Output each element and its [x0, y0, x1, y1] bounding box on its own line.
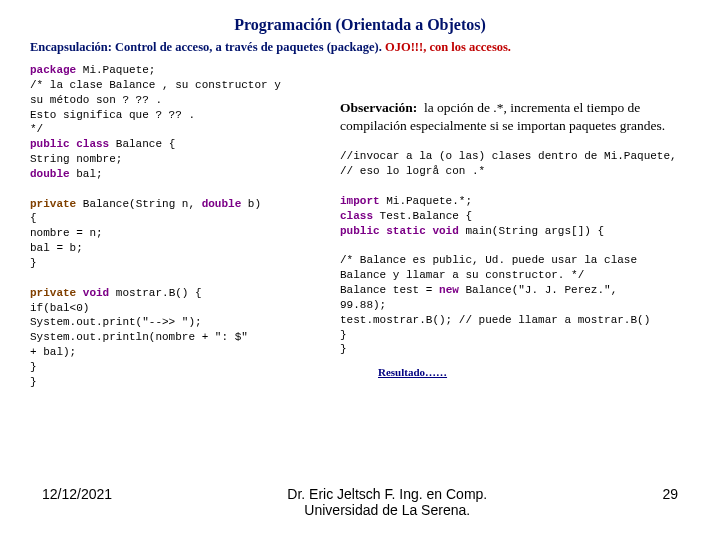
kw: import — [340, 195, 380, 207]
code-line: */ — [30, 123, 43, 135]
kw: private — [30, 287, 76, 299]
code-line: Balance { — [109, 138, 175, 150]
kw: public class — [30, 138, 109, 150]
code-line: main(String args[]) { — [459, 225, 604, 237]
code-line: Balance test = — [340, 284, 439, 296]
slide-subtitle: Encapsulación: Control de acceso, a trav… — [30, 40, 690, 55]
code-line: Test.Balance { — [373, 210, 472, 222]
code-line: Balance("J. J. Perez.", — [459, 284, 617, 296]
footer-line1: Dr. Eric Jeltsch F. Ing. en Comp. — [287, 486, 487, 502]
code-line: bal; — [70, 168, 103, 180]
code-line: Mi.Paquete; — [76, 64, 155, 76]
code-line: su método son ? ?? . — [30, 94, 162, 106]
footer-line2: Universidad de La Serena. — [304, 502, 470, 518]
subtitle-warning: OJO!!!, con los accesos. — [385, 40, 511, 54]
code-line: Balance y llamar a su constructor. */ — [340, 269, 584, 281]
code-line: } — [30, 257, 37, 269]
slide-title: Programación (Orientada a Objetos) — [30, 16, 690, 34]
kw: public static void — [340, 225, 459, 237]
footer: 12/12/2021 Dr. Eric Jeltsch F. Ing. en C… — [0, 486, 720, 518]
code-line: /* la clase Balance , su constructor y — [30, 79, 281, 91]
code-line: test.mostrar.B(); // puede llamar a most… — [340, 314, 650, 326]
result-link[interactable]: Resultado…… — [378, 365, 680, 380]
code-line: /* Balance es public, Ud. puede usar la … — [340, 254, 637, 266]
code-line: } — [30, 376, 37, 388]
right-column: Observación: la opción de .*, incrementa… — [340, 63, 680, 390]
code-line: //invocar a la (o las) clases dentro de … — [340, 150, 677, 162]
code-line: nombre = n; — [30, 227, 103, 239]
kw: void — [76, 287, 109, 299]
code-line: String nombre; — [30, 153, 122, 165]
observation-note: Observación: la opción de .*, incrementa… — [340, 99, 680, 135]
footer-author: Dr. Eric Jeltsch F. Ing. en Comp. Univer… — [112, 486, 662, 518]
code-line: 99.88); — [340, 299, 386, 311]
kw: double — [202, 198, 242, 210]
code-block-right: //invocar a la (o las) clases dentro de … — [340, 149, 680, 357]
code-line: b) — [241, 198, 261, 210]
code-line: { — [30, 212, 37, 224]
code-line: + bal); — [30, 346, 76, 358]
code-line: bal = b; — [30, 242, 83, 254]
code-line: Mi.Paquete.*; — [380, 195, 472, 207]
kw: double — [30, 168, 70, 180]
code-line: // eso lo logrå con .* — [340, 165, 485, 177]
code-block-left: package Mi.Paquete; /* la clase Balance … — [30, 63, 330, 390]
code-line: mostrar.B() { — [109, 287, 201, 299]
observation-label: Observación: — [340, 100, 417, 115]
code-line: } — [340, 329, 347, 341]
kw: private — [30, 198, 76, 210]
code-line: } — [340, 343, 347, 355]
code-line: Balance(String n, — [76, 198, 201, 210]
footer-date: 12/12/2021 — [42, 486, 112, 502]
slide: Programación (Orientada a Objetos) Encap… — [0, 0, 720, 540]
footer-page-number: 29 — [662, 486, 678, 502]
kw: class — [340, 210, 373, 222]
code-line: Esto significa que ? ?? . — [30, 109, 195, 121]
code-line: System.out.println(nombre + ": $" — [30, 331, 248, 343]
subtitle-text: Encapsulación: Control de acceso, a trav… — [30, 40, 385, 54]
code-line: System.out.print("-->> "); — [30, 316, 202, 328]
code-line: if(bal<0) — [30, 302, 89, 314]
kw: package — [30, 64, 76, 76]
code-line: } — [30, 361, 37, 373]
kw: new — [439, 284, 459, 296]
content-area: package Mi.Paquete; /* la clase Balance … — [30, 63, 690, 390]
